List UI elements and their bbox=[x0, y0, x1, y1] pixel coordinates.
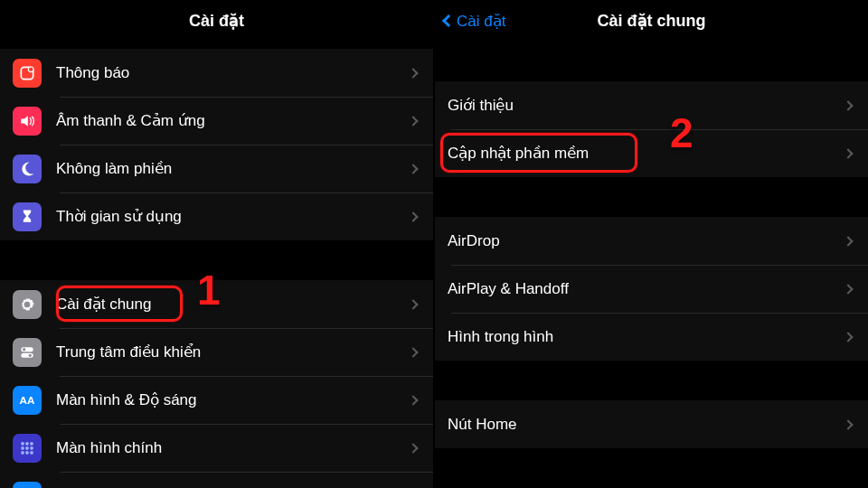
settings-group-2: Cài đặt chung Trung tâm điều khiển AA Mà… bbox=[0, 280, 433, 488]
row-display[interactable]: AA Màn hình & Độ sáng bbox=[0, 376, 433, 424]
svg-rect-11 bbox=[25, 446, 28, 449]
svg-rect-7 bbox=[21, 442, 24, 445]
svg-point-1 bbox=[28, 67, 33, 72]
general-group-2: AirDrop AirPlay & Handoff Hình trong hìn… bbox=[435, 217, 868, 361]
grid-icon bbox=[13, 434, 42, 463]
row-sounds[interactable]: Âm thanh & Cảm ứng bbox=[0, 97, 433, 145]
switches-icon bbox=[13, 338, 42, 367]
svg-rect-13 bbox=[21, 451, 24, 454]
sound-icon bbox=[13, 107, 42, 136]
chevron-right-icon bbox=[408, 68, 418, 78]
svg-rect-10 bbox=[21, 446, 24, 449]
titlebar-left: Cài đặt bbox=[0, 0, 433, 42]
chevron-right-icon bbox=[843, 100, 853, 110]
row-label: Màn hình & Độ sáng bbox=[56, 390, 410, 409]
row-home-button[interactable]: Nút Home bbox=[435, 400, 868, 448]
chevron-right-icon bbox=[408, 164, 418, 174]
row-notifications[interactable]: Thông báo bbox=[0, 49, 433, 97]
row-accessibility[interactable]: Trợ năng bbox=[0, 472, 433, 488]
aa-icon: AA bbox=[13, 386, 42, 415]
chevron-right-icon bbox=[408, 299, 418, 309]
chevron-left-icon bbox=[442, 14, 455, 27]
svg-rect-14 bbox=[25, 451, 28, 454]
row-about[interactable]: Giới thiệu bbox=[435, 81, 868, 129]
row-label: Âm thanh & Cảm ứng bbox=[56, 111, 410, 130]
gear-icon bbox=[13, 290, 42, 319]
row-label: AirPlay & Handoff bbox=[448, 280, 844, 298]
notifications-icon bbox=[13, 59, 42, 88]
row-label: Thời gian sử dụng bbox=[56, 207, 410, 226]
access-icon bbox=[13, 482, 42, 489]
settings-group-1: Thông báo Âm thanh & Cảm ứng Không làm p… bbox=[0, 49, 433, 240]
chevron-right-icon bbox=[408, 116, 418, 126]
chevron-right-icon bbox=[843, 284, 853, 294]
row-label: Nút Home bbox=[448, 416, 844, 434]
svg-rect-12 bbox=[30, 446, 33, 449]
chevron-right-icon bbox=[408, 443, 418, 453]
row-label: AirDrop bbox=[448, 232, 844, 250]
row-home-screen[interactable]: Màn hình chính bbox=[0, 424, 433, 472]
svg-point-3 bbox=[23, 348, 25, 351]
chevron-right-icon bbox=[408, 211, 418, 221]
general-group-3: Nút Home bbox=[435, 400, 868, 448]
chevron-right-icon bbox=[408, 347, 418, 357]
page-title: Cài đặt bbox=[189, 11, 244, 31]
row-label: Hình trong hình bbox=[448, 328, 844, 346]
svg-rect-15 bbox=[30, 451, 33, 454]
page-title: Cài đặt chung bbox=[598, 11, 706, 31]
row-label: Giới thiệu bbox=[448, 96, 844, 115]
titlebar-right: Cài đặt Cài đặt chung bbox=[435, 0, 868, 42]
back-label: Cài đặt bbox=[457, 12, 505, 31]
row-label: Không làm phiền bbox=[56, 159, 410, 178]
row-control-center[interactable]: Trung tâm điều khiển bbox=[0, 328, 433, 376]
settings-root-pane: Cài đặt Thông báo Âm thanh & Cảm ứng bbox=[0, 0, 435, 488]
row-label: Cài đặt chung bbox=[56, 295, 410, 314]
row-general[interactable]: Cài đặt chung bbox=[0, 280, 433, 328]
row-label: Thông báo bbox=[56, 64, 410, 82]
row-label: Trung tâm điều khiển bbox=[56, 343, 410, 361]
chevron-right-icon bbox=[843, 236, 853, 246]
row-dnd[interactable]: Không làm phiền bbox=[0, 145, 433, 192]
row-label: Cập nhật phần mềm bbox=[448, 144, 844, 163]
general-group-1: Giới thiệu Cập nhật phần mềm bbox=[435, 81, 868, 177]
moon-icon bbox=[13, 155, 42, 183]
chevron-right-icon bbox=[843, 148, 853, 158]
row-software-update[interactable]: Cập nhật phần mềm bbox=[435, 129, 868, 177]
chevron-right-icon bbox=[408, 395, 418, 405]
back-button[interactable]: Cài đặt bbox=[444, 0, 505, 42]
general-pane: Cài đặt Cài đặt chung Giới thiệu Cập nhậ… bbox=[435, 0, 868, 488]
row-airdrop[interactable]: AirDrop bbox=[435, 217, 868, 265]
chevron-right-icon bbox=[843, 419, 853, 429]
row-airplay[interactable]: AirPlay & Handoff bbox=[435, 265, 868, 313]
svg-point-5 bbox=[29, 353, 32, 356]
chevron-right-icon bbox=[843, 332, 853, 342]
hourglass-icon bbox=[13, 202, 42, 231]
row-label: Màn hình chính bbox=[56, 439, 410, 457]
row-pip[interactable]: Hình trong hình bbox=[435, 313, 868, 361]
row-screentime[interactable]: Thời gian sử dụng bbox=[0, 192, 433, 240]
svg-text:AA: AA bbox=[20, 394, 35, 406]
svg-rect-9 bbox=[30, 442, 33, 445]
svg-rect-8 bbox=[25, 442, 28, 445]
